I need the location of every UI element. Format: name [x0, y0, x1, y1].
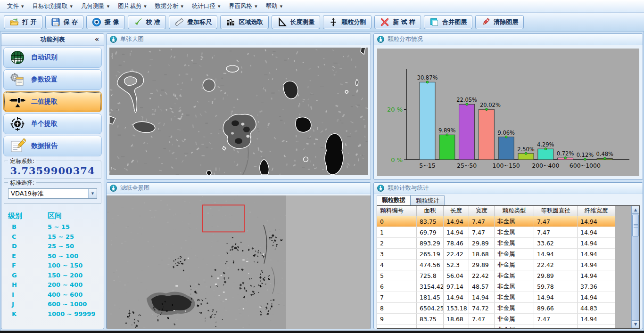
filter-paper-panorama-image[interactable]	[107, 195, 286, 329]
svg-text:4.29%: 4.29%	[537, 141, 554, 148]
svg-text:5~15: 5~15	[419, 162, 435, 169]
sidebar-item-auto-recognize[interactable]: 自动识别	[3, 47, 102, 68]
grade-col-header: 级别	[8, 211, 48, 220]
standard-label: 标准选择:	[8, 179, 36, 187]
table-row[interactable]: 983.7518.687.47非金属7.4714.94	[377, 314, 615, 325]
length-measure-button[interactable]: 长度测量	[272, 15, 320, 29]
open-button[interactable]: 打 开	[4, 15, 42, 29]
svg-text:9.06%: 9.06%	[497, 130, 515, 136]
grade-level: G	[8, 271, 48, 281]
pencil-report-icon	[9, 138, 26, 154]
panorama-empty-area	[286, 195, 371, 329]
scroll-up-button[interactable]: ▲	[632, 206, 639, 214]
toolbar: 打 开保 存摄 像校 准叠加标尺区域选取长度测量颗粒分割新 试 样合并图层清除图…	[0, 13, 644, 32]
gear-notepad-icon	[9, 72, 26, 88]
menu-item-image-crop[interactable]: 图片裁剪▼	[114, 1, 150, 12]
microscope-icon	[377, 185, 384, 192]
region-bars-icon	[226, 17, 235, 27]
standard-combobox[interactable]: VDA19标准 ▼	[8, 188, 97, 199]
toolbar-button-label: 打 开	[22, 18, 37, 26]
column-header[interactable]: 等积圆直径	[534, 206, 578, 216]
capture-button[interactable]: 摄 像	[86, 15, 125, 29]
combo-dropdown-button[interactable]: ▼	[88, 189, 97, 198]
column-header[interactable]: 颗料编号	[377, 206, 417, 216]
grade-level: D	[8, 242, 48, 252]
collapse-chevrons-icon[interactable]: «	[95, 35, 99, 43]
calibrate-button[interactable]: 校 准	[128, 15, 166, 29]
grade-row: H200 ~ 400	[8, 280, 104, 290]
new-sample-button[interactable]: 新 试 样	[374, 15, 421, 29]
table-row[interactable]: 7181.4514.9414.94非金属14.9414.94	[377, 292, 615, 303]
table-row[interactable]: 86504.25153.1874.72非金属89.6644.83	[377, 303, 615, 314]
grade-level: C	[8, 232, 48, 242]
sidebar-title: 功能列表	[41, 35, 65, 44]
microscope-icon	[377, 36, 384, 43]
grade-level: K	[8, 309, 48, 319]
menu-item-label: 界面风格	[229, 2, 252, 10]
sidebar-item-binary-extract[interactable]: 二值提取	[3, 91, 102, 112]
sidebar-item-single-extract[interactable]: 单个提取	[3, 114, 102, 134]
scroll-thumb[interactable]	[632, 215, 639, 236]
open-folder-icon	[9, 17, 19, 27]
distribution-chart: 0 %20 %30.87%9.89%22.05%20.02%9.06%2.50%…	[377, 49, 639, 176]
check-icon	[133, 17, 143, 27]
table-row[interactable]: 63154.4297.1448.57非金属59.7837.36	[377, 281, 615, 292]
column-header[interactable]: 面积	[417, 206, 444, 216]
vertical-scrollbar[interactable]: ▲ ▼	[631, 206, 639, 328]
table-row[interactable]: 4474.5652.329.89非金属22.4214.94	[377, 260, 615, 270]
table-row[interactable]: 2893.2978.4629.89非金属33.6214.94	[377, 238, 615, 249]
sidebar-nav: 自动识别参数设置二值提取单个提取数据报告	[1, 46, 104, 157]
toolbar-button-label: 区域选取	[239, 18, 263, 26]
distribution-panel: 颗粒分布情况 0 %20 %30.87%9.89%22.05%20.02%9.0…	[373, 33, 643, 180]
menu-item-data-analysis[interactable]: 数据分析▼	[151, 1, 188, 12]
svg-text:20 %: 20 %	[387, 106, 403, 113]
table-row[interactable]: 3265.1922.4218.68非金属14.9414.94	[377, 249, 615, 260]
table-row[interactable]: 169.7914.947.47非金属7.4714.94	[377, 227, 615, 238]
sidebar-item-data-report[interactable]: 数据报告	[3, 136, 102, 156]
column-header[interactable]: 颗粒类型	[495, 206, 534, 216]
menu-item-ui-style[interactable]: 界面风格▼	[224, 1, 261, 12]
clear-layers-button[interactable]: 清除图层	[475, 15, 524, 29]
menu-item-label: 几何测量	[81, 2, 105, 10]
menu-item-geometric-measure[interactable]: 几何测量▼	[77, 1, 114, 12]
stats-panel: 颗粒计数与统计 颗粒数据颗粒统计 颗料编号面积长度宽度颗粒类型等积圆直径纤维宽度…	[373, 182, 643, 329]
ruler-icon	[174, 17, 184, 27]
svg-text:30.87%: 30.87%	[417, 74, 438, 81]
particle-split-button[interactable]: 颗粒分割	[323, 15, 372, 29]
grade-row: I400 ~ 600	[8, 290, 104, 300]
table-filler	[615, 206, 631, 328]
menu-item-target-recognition-extract[interactable]: 目标识别提取▼	[28, 1, 76, 12]
overlay-ruler-button[interactable]: 叠加标尺	[169, 15, 217, 29]
column-header[interactable]: 宽度	[469, 206, 495, 216]
chevron-down-icon: ▼	[280, 5, 282, 8]
save-button[interactable]: 保 存	[45, 15, 84, 29]
sidebar-item-param-settings[interactable]: 参数设置	[3, 69, 102, 90]
grade-interval: 50 ~ 100	[48, 252, 78, 261]
menu-item-help[interactable]: 帮助▼	[262, 1, 287, 12]
grade-interval: 400 ~ 600	[48, 290, 83, 300]
menu-item-file[interactable]: 文件▼	[3, 1, 28, 12]
single-image-viewport[interactable]	[109, 48, 368, 175]
region-select-button[interactable]: 区域选取	[220, 15, 269, 29]
menu-item-label: 图片裁剪	[118, 2, 141, 10]
sidebar-item-label: 单个提取	[31, 120, 58, 128]
table-row[interactable]: 5725.856.0422.42非金属29.8914.94	[377, 270, 615, 281]
svg-text:2.50%: 2.50%	[517, 146, 535, 153]
merge-layers-button[interactable]: 合并图层	[424, 15, 472, 29]
svg-text:22.05%: 22.05%	[456, 97, 477, 103]
table-row[interactable]: 083.7514.947.47非金属7.4714.94	[377, 216, 615, 227]
table-row[interactable]: 非金属	[377, 325, 615, 329]
scroll-down-button[interactable]: ▼	[632, 320, 639, 328]
panorama-panel-header: 滤纸全景图	[107, 183, 371, 194]
column-header[interactable]: 长度	[444, 206, 469, 216]
chevron-down-icon: ▼	[144, 5, 146, 8]
distribution-panel-header: 颗粒分布情况	[374, 34, 643, 45]
column-header[interactable]: 纤维宽度	[578, 206, 615, 216]
svg-text:200~400: 200~400	[532, 162, 559, 169]
toolbar-button-label: 摄 像	[105, 18, 119, 26]
tab-particle-stats[interactable]: 颗粒统计	[411, 195, 445, 205]
particle-table: 颗料编号面积长度宽度颗粒类型等积圆直径纤维宽度083.7514.947.47非金…	[377, 206, 615, 328]
tab-particle-data[interactable]: 颗粒数据	[377, 195, 411, 205]
menu-item-statistic-caliber[interactable]: 统计口径▼	[188, 1, 224, 12]
interval-col-header: 区间	[48, 211, 62, 220]
